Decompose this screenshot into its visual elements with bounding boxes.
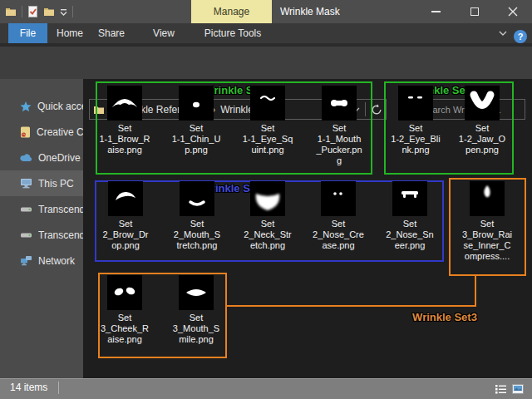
thumbnail-view-icon [512,384,524,394]
item-count: 14 items [10,382,47,393]
thumbnail-mouth-stretch-mask [180,181,214,216]
folder-icon[interactable] [5,7,17,17]
file-name: Set 1-2_Jaw_O pen.png [459,123,505,155]
thumbnail-brow-raise-inner-mask [470,181,505,216]
tab-file[interactable]: File [8,23,47,43]
drive-icon [20,231,32,239]
file-item-jaw-open[interactable]: Set 1-2_Jaw_O pen.png [449,86,515,155]
help-button[interactable]: ? [514,30,527,43]
file-name: Set 1-1_Mouth _Pucker.pn g [316,123,362,166]
file-item-nose-sneer[interactable]: Set 2_Nose_Sn eer.png [377,181,443,251]
toolbar-separator [72,6,73,17]
sidebar-item-label: Network [38,255,75,267]
sidebar-item-label: Transcend [38,204,83,215]
minimize-button[interactable] [417,0,455,23]
file-name: Set 1-2_Eye_Bli nk.png [391,123,440,155]
thumbnail-mouth-pucker-mask [322,86,357,121]
details-view-icon [495,384,506,394]
toolbar-separator [22,6,22,17]
tab-share[interactable]: Share [98,23,125,43]
annotation-connector-line [475,276,476,307]
status-separator [58,382,59,394]
star-icon [20,101,32,112]
file-item-cheek-raise[interactable]: Set 3_Cheek_R aise.png [91,275,158,345]
file-item-eye-squint[interactable]: Set 1-1_Eye_Sq uint.png [234,86,301,155]
sidebar-item-label: Quick acce [37,101,83,112]
explorer-window: { "titlebar": { "title": "Wrinkle Mask",… [0,0,532,399]
sidebar-item-this-pc[interactable]: This PC [0,170,83,196]
file-name: Set 2_Brow_Dr op.png [102,219,148,251]
file-item-brow-raise-inner-compress[interactable]: Set 3_Brow_Rai se_Inner_C ompress.... [454,181,520,262]
navigation-pane: Quick acce Creative C OneDrive - This PC… [0,79,83,378]
thumbnail-neck-stretch-mask [250,181,285,216]
sidebar-item-label: This PC [38,178,74,190]
tab-picture-tools[interactable]: Picture Tools [204,23,261,43]
thumbnail-brow-drop-mask [108,181,143,216]
ribbon-tab-bar: File Home Share View Picture Tools [0,23,532,43]
thumbnail-eye-squint-mask [250,86,285,121]
chevron-down-icon [499,31,507,36]
thumbnail-jaw-open-mask [465,86,500,121]
file-item-chin-up[interactable]: Set 1-1_Chin_U p.png [163,86,229,155]
file-name: Set 2_Nose_Cre ase.png [313,219,364,251]
file-item-mouth-smile[interactable]: Set 3_Mouth_S mile.png [163,275,229,345]
file-name: Set 3_Mouth_S mile.png [173,313,219,345]
sidebar-item-quick-access[interactable]: Quick acce [0,93,83,119]
thumbnail-chin-up-mask [179,86,214,121]
thumbnail-mouth-smile-mask [179,275,214,310]
file-name: Set 1-1_Brow_R aise.png [99,123,150,155]
refresh-icon[interactable] [371,104,382,116]
title-bar: Manage Wrinkle Mask [0,0,532,23]
monitor-icon [20,178,32,189]
close-button[interactable] [494,0,531,23]
close-icon [508,7,518,17]
group-label-set3: Wrinkle Set3 [378,311,511,323]
annotation-connector-line [227,305,476,307]
thumbnail-brow-raise-mask [107,86,142,121]
file-item-eye-blink[interactable]: Set 1-2_Eye_Bli nk.png [382,86,449,155]
quick-access-toolbar [5,0,73,23]
tab-view[interactable]: View [153,23,175,43]
sidebar-item-transcend-2[interactable]: Transcend [0,222,83,248]
new-folder-icon[interactable] [43,7,55,17]
thumbnail-cheek-raise-mask [107,275,142,310]
sidebar-item-creative-cloud[interactable]: Creative C [0,119,83,145]
creative-cloud-icon [20,126,31,138]
file-name: Set 2_Mouth_S tretch.png [174,219,220,251]
sidebar-item-label: Creative C [37,126,83,138]
sidebar-item-transcend-1[interactable]: Transcend [0,196,83,222]
file-item-nose-crease[interactable]: Set 2_Nose_Cre ase.png [305,181,372,251]
sidebar-item-label: Transcend [38,229,83,241]
file-name: Set 2_Neck_Str etch.png [244,219,291,251]
tab-manage[interactable]: Manage [191,0,272,23]
details-view-button[interactable] [494,382,507,395]
sidebar-item-label: OneDrive - [38,152,83,164]
sidebar-item-onedrive[interactable]: OneDrive - [0,145,83,170]
file-item-mouth-pucker[interactable]: Set 1-1_Mouth _Pucker.pn g [306,86,372,166]
minimize-icon [431,11,441,12]
maximize-button[interactable] [456,0,493,23]
tab-home[interactable]: Home [57,23,83,43]
file-item-brow-raise[interactable]: Set 1-1_Brow_R aise.png [91,86,158,155]
file-name: Set 2_Nose_Sn eer.png [386,219,434,251]
network-icon [20,255,32,266]
file-name: Set 3_Brow_Rai se_Inner_C ompress.... [462,219,512,262]
customize-toolbar-chevron-icon[interactable] [60,7,67,16]
file-item-neck-stretch[interactable]: Set 2_Neck_Str etch.png [234,181,301,251]
file-name: Set 3_Cheek_R aise.png [101,313,149,345]
thumbnail-nose-sneer-mask [392,181,427,216]
thumbnail-view-button[interactable] [511,382,525,395]
status-bar [0,378,532,399]
file-item-mouth-stretch[interactable]: Set 2_Mouth_S tretch.png [164,181,230,251]
thumbnail-eye-blink-mask [398,86,433,121]
thumbnail-nose-crease-mask [321,181,356,216]
file-name: Set 1-1_Eye_Sq uint.png [243,123,293,155]
address-bar-row: « Wrinkle References › Wrinkle Mask [0,47,532,79]
file-name: Set 1-1_Chin_U p.png [172,123,221,155]
properties-check-icon[interactable] [27,6,38,17]
drive-icon [20,205,32,214]
collapse-ribbon-button[interactable] [495,25,510,42]
cloud-icon [20,154,32,162]
sidebar-item-network[interactable]: Network [0,248,83,273]
file-item-brow-drop[interactable]: Set 2_Brow_Dr op.png [92,181,159,251]
